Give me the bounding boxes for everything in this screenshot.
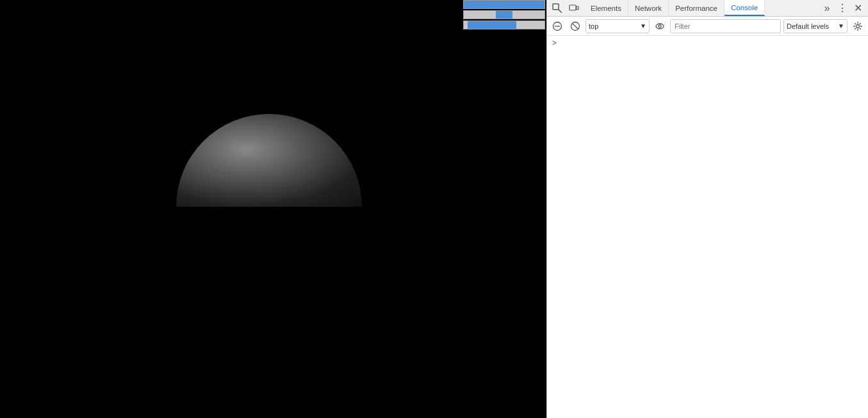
svg-rect-2 xyxy=(569,5,576,10)
context-selector[interactable]: top ▼ xyxy=(585,19,650,33)
devtools-right-icons: » ⋮ ✕ xyxy=(819,1,865,16)
scrollbar-thumb-1[interactable] xyxy=(464,1,545,8)
tab-elements[interactable]: Elements xyxy=(584,0,628,16)
webpage-canvas xyxy=(0,0,546,418)
tab-performance[interactable]: Performance xyxy=(669,0,725,16)
console-toolbar: top ▼ Default levels ▼ xyxy=(547,17,868,36)
block-network-icon[interactable] xyxy=(568,19,583,34)
tab-console[interactable]: Console xyxy=(725,0,765,16)
console-output[interactable]: > xyxy=(547,36,868,418)
show-console-sidebar-icon[interactable] xyxy=(652,19,667,34)
devtools-close-icon[interactable]: ✕ xyxy=(850,1,865,16)
devtools-panel: Elements Network Performance Console » ⋮… xyxy=(546,0,868,418)
3d-sphere xyxy=(176,114,362,207)
canvas-scrollbars xyxy=(463,0,546,31)
prompt-arrow-icon: > xyxy=(552,38,557,47)
scrollbar-track-3[interactable] xyxy=(463,20,545,29)
svg-rect-3 xyxy=(577,6,578,10)
scrollbar-thumb-2[interactable] xyxy=(496,11,512,19)
scrollbar-track-1[interactable] xyxy=(463,0,545,9)
devtools-action-icons xyxy=(550,1,582,16)
levels-dropdown-arrow: ▼ xyxy=(838,22,844,29)
devtools-menu-icon[interactable]: ⋮ xyxy=(835,1,850,16)
console-settings-icon[interactable] xyxy=(850,19,865,34)
log-levels-selector[interactable]: Default levels ▼ xyxy=(783,19,848,33)
scrollbar-thumb-3[interactable] xyxy=(468,21,516,29)
clear-console-button[interactable] xyxy=(550,19,565,34)
context-dropdown-arrow: ▼ xyxy=(640,22,646,29)
tab-network[interactable]: Network xyxy=(628,0,669,16)
devtools-tab-bar: Elements Network Performance Console » ⋮… xyxy=(547,0,868,17)
svg-rect-0 xyxy=(553,4,559,10)
inspect-element-icon[interactable] xyxy=(550,1,565,16)
svg-point-9 xyxy=(659,25,661,28)
svg-point-10 xyxy=(856,24,860,28)
device-emulation-icon[interactable] xyxy=(566,1,582,16)
console-filter-input[interactable] xyxy=(670,19,781,33)
more-tabs-icon[interactable]: » xyxy=(819,1,835,16)
console-input-prompt[interactable]: > xyxy=(547,37,868,49)
scrollbar-track-2[interactable] xyxy=(463,10,545,19)
svg-point-8 xyxy=(656,24,664,29)
svg-line-1 xyxy=(559,10,562,13)
svg-line-7 xyxy=(573,23,578,29)
